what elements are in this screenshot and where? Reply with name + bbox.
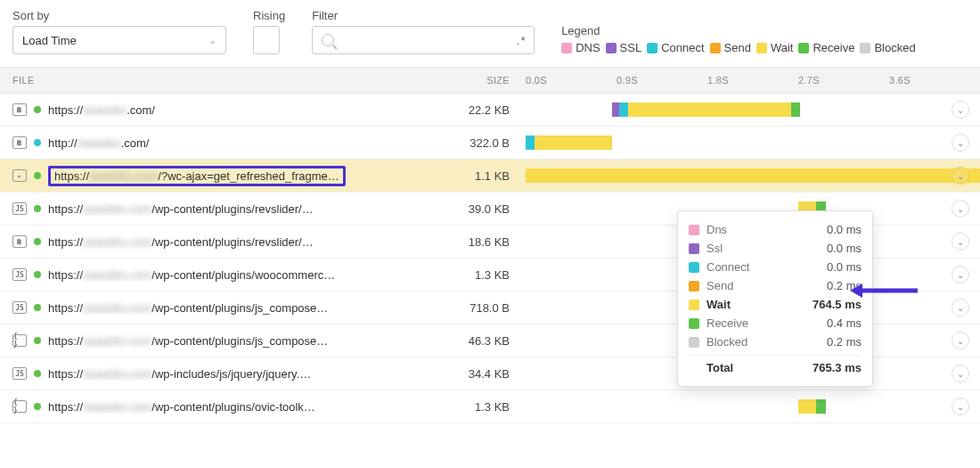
- status-dot-icon: [34, 337, 41, 344]
- file-type-icon: JS: [12, 202, 27, 215]
- timeline-cell: [526, 390, 980, 423]
- expand-button[interactable]: ⌄: [951, 101, 969, 119]
- file-url: https://swastiks.com/: [48, 103, 155, 117]
- size-cell: 22.2 KB: [374, 103, 526, 117]
- status-dot-icon: [34, 205, 41, 212]
- expand-button[interactable]: ⌄: [951, 167, 969, 185]
- tooltip-row: Dns0.0 ms: [689, 220, 862, 239]
- tick: 3.6s: [889, 75, 980, 86]
- table-row[interactable]: ▸https://swastiks.com/?wc-ajax=get_refre…: [0, 160, 980, 193]
- color-swatch: [689, 318, 699, 329]
- expand-button[interactable]: ⌄: [951, 266, 969, 283]
- file-cell: JShttps://swastiks.com/wp-includes/js/jq…: [0, 367, 374, 381]
- file-type-icon: { }: [12, 334, 27, 347]
- filter-input[interactable]: .*: [312, 26, 535, 54]
- color-swatch: [561, 43, 572, 53]
- file-type-icon: JS: [12, 367, 27, 380]
- col-timeline: 0.0s0.9s1.8s2.7s3.6s: [526, 68, 980, 93]
- tooltip-row: Ssl0.0 ms: [689, 239, 862, 258]
- expand-button[interactable]: ⌄: [951, 398, 969, 415]
- legend-name: Blocked: [874, 41, 915, 54]
- file-cell: JShttps://swastiks.com/wp-content/plugin…: [0, 202, 374, 216]
- file-type-icon: 🗎: [12, 136, 27, 149]
- filter-group: Filter .*: [312, 9, 535, 54]
- size-cell: 718.0 B: [374, 301, 526, 315]
- chevron-down-icon: ⌄: [957, 303, 964, 313]
- size-cell: 1.3 KB: [374, 400, 526, 414]
- timeline-cell: [526, 127, 980, 159]
- timing-tooltip: Dns0.0 msSsl0.0 msConnect0.0 msSend0.2 m…: [677, 210, 873, 387]
- color-swatch: [689, 243, 699, 254]
- table-row[interactable]: { }https://swastiks.com/wp-content/plugi…: [0, 390, 980, 423]
- top-controls: Sort by Load Time ⌄ Rising Filter .* Leg…: [0, 0, 980, 67]
- tooltip-metric: Wait: [706, 298, 731, 311]
- tooltip-metric: Connect: [706, 260, 749, 274]
- status-dot-icon: [34, 238, 41, 245]
- size-cell: 322.0 B: [374, 136, 526, 150]
- legend-name: Send: [724, 41, 751, 54]
- color-swatch: [756, 43, 767, 53]
- color-swatch: [606, 43, 617, 53]
- col-size: SIZE: [374, 68, 526, 93]
- color-swatch: [689, 262, 699, 273]
- legend-item: Wait: [756, 41, 794, 54]
- legend-name: DNS: [576, 41, 600, 54]
- size-cell: 39.0 KB: [374, 202, 526, 216]
- table-row[interactable]: 🗎https://swastiks.com/22.2 KB⌄: [0, 94, 980, 127]
- expand-button[interactable]: ⌄: [951, 332, 969, 349]
- timing-bar: [612, 103, 801, 117]
- file-cell: ▸https://swastiks.com/?wc-ajax=get_refre…: [0, 166, 374, 186]
- size-cell: 1.3 KB: [374, 268, 526, 282]
- size-cell: 18.6 KB: [374, 235, 526, 249]
- tick: 0.9s: [617, 75, 707, 86]
- status-dot-icon: [34, 139, 41, 146]
- file-url: https://swastiks.com/wp-content/plugins/…: [48, 202, 314, 216]
- legend-item: Blocked: [860, 41, 915, 54]
- expand-button[interactable]: ⌄: [951, 200, 969, 218]
- color-swatch: [689, 225, 699, 235]
- chevron-down-icon: ⌄: [957, 138, 964, 148]
- table-row[interactable]: 🗎http://swastiks.com/322.0 B⌄: [0, 127, 980, 160]
- status-dot-icon: [34, 271, 41, 278]
- tooltip-row: Blocked0.2 ms: [689, 333, 862, 351]
- status-dot-icon: [34, 370, 41, 377]
- sort-value: Load Time: [22, 34, 77, 47]
- file-cell: 🗎https://swastiks.com/wp-content/plugins…: [0, 235, 374, 249]
- chevron-down-icon: ⌄: [208, 35, 216, 46]
- timing-segment: [816, 399, 825, 414]
- tooltip-row: Send0.2 ms: [689, 276, 862, 295]
- file-cell: 🗎https://swastiks.com/: [0, 103, 374, 117]
- sort-group: Sort by Load Time ⌄: [12, 9, 226, 54]
- color-swatch: [860, 43, 870, 53]
- file-type-icon: 🗎: [12, 235, 27, 248]
- tooltip-value: 0.0 ms: [827, 260, 862, 274]
- timing-segment: [612, 103, 619, 117]
- legend: Legend DNSSSLConnectSendWaitReceiveBlock…: [561, 24, 916, 54]
- tooltip-value: 0.0 ms: [827, 223, 862, 236]
- color-swatch: [689, 281, 699, 291]
- file-url: https://swastiks.com/wp-includes/js/jque…: [48, 367, 311, 381]
- expand-button[interactable]: ⌄: [951, 299, 969, 316]
- expand-button[interactable]: ⌄: [951, 233, 969, 250]
- legend-item: Connect: [647, 41, 704, 54]
- status-dot-icon: [34, 172, 41, 179]
- timing-segment: [798, 399, 816, 414]
- tooltip-total-value: 765.3 ms: [813, 361, 862, 374]
- timing-segment: [535, 135, 612, 150]
- rising-checkbox[interactable]: [253, 26, 280, 54]
- timing-segment: [791, 103, 800, 117]
- color-swatch: [647, 43, 657, 53]
- file-cell: JShttps://swastiks.com/wp-content/plugin…: [0, 268, 374, 282]
- status-dot-icon: [34, 304, 41, 311]
- chevron-down-icon: ⌄: [957, 105, 964, 115]
- file-cell: { }https://swastiks.com/wp-content/plugi…: [0, 334, 374, 348]
- timing-bar: [526, 135, 612, 150]
- tooltip-row: Connect0.0 ms: [689, 258, 862, 276]
- tooltip-total-label: Total: [689, 361, 733, 374]
- file-type-icon: 🗎: [12, 103, 27, 116]
- sort-select[interactable]: Load Time ⌄: [12, 26, 226, 54]
- expand-button[interactable]: ⌄: [951, 134, 969, 152]
- col-file: FILE: [0, 68, 374, 93]
- expand-button[interactable]: ⌄: [951, 365, 969, 382]
- legend-item: Receive: [798, 41, 854, 54]
